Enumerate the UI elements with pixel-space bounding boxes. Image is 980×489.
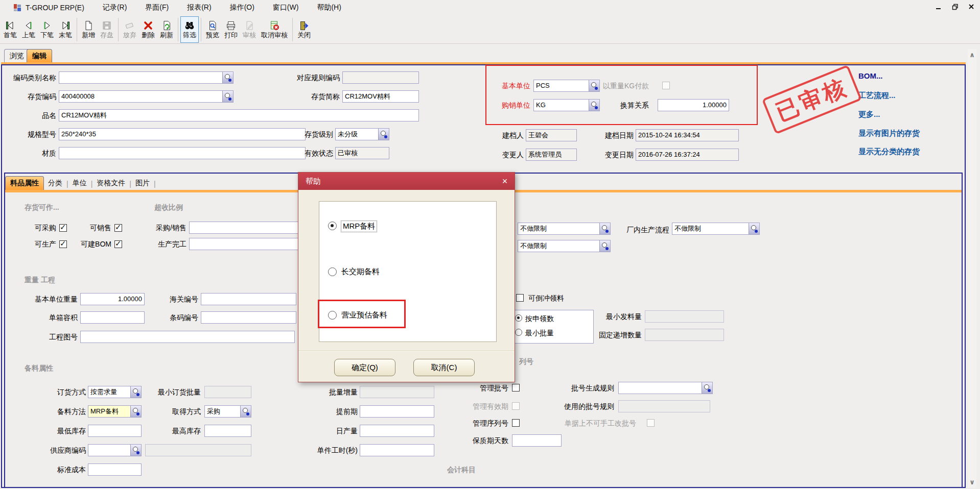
subtab-unit[interactable]: 单位 [68, 177, 91, 190]
lookup-icon[interactable] [378, 129, 389, 140]
scroll-up-icon[interactable]: ∧ [968, 51, 976, 59]
rule-code-field[interactable] [342, 71, 419, 84]
link-show-unclassified[interactable]: 显示无分类的存货 [858, 147, 920, 157]
toolbar-close-button[interactable]: 关闭 [295, 16, 313, 43]
scroll-down-icon[interactable]: ∨ [968, 478, 976, 486]
menu-window[interactable]: 窗口(W) [273, 3, 299, 12]
toolbar-separator [118, 18, 119, 41]
toolbar-last-button[interactable]: 末笔 [56, 16, 75, 43]
factory-flow-field[interactable]: 不做限制 [672, 223, 760, 235]
toolbar-new-button[interactable]: 新增 [79, 16, 98, 43]
item-name-label: 品名 [0, 109, 56, 121]
status-field: 已审核 [335, 147, 389, 159]
daily-output-field[interactable] [360, 425, 434, 437]
option-mrp-radio[interactable] [328, 222, 337, 230]
subtab-picture[interactable]: 图片 [131, 177, 154, 190]
option-mrp-label[interactable]: MRP备料 [341, 221, 377, 232]
item-short-field[interactable]: CR12MOV精料 [342, 90, 419, 103]
batch-rule-field[interactable] [618, 382, 713, 394]
subtab-qualification[interactable]: 资格文件 [92, 177, 129, 190]
manage-serial-checkbox[interactable] [512, 419, 520, 427]
toolbar-delete-button[interactable]: 删除 [139, 16, 157, 43]
supplier-code-field[interactable] [88, 444, 142, 456]
menu-app[interactable]: T-GROUP ERP(E) [26, 4, 84, 12]
lookup-icon[interactable] [130, 445, 141, 456]
shelf-days-field[interactable] [512, 434, 562, 447]
tab-browse[interactable]: 浏览 [4, 49, 30, 62]
conversion-field[interactable]: 1.00000 [658, 99, 729, 111]
code-category-field[interactable] [59, 71, 234, 84]
toolbar-cancel-audit-button[interactable]: 取消审核 [259, 16, 290, 43]
toolbar-print-button[interactable]: 打印 [222, 16, 240, 43]
order-mode-field[interactable]: 按需求量 [88, 386, 142, 398]
lead-time-field[interactable] [360, 405, 434, 418]
max-stock-field[interactable] [204, 425, 251, 437]
std-cost-field[interactable] [88, 463, 142, 476]
dialog-close-icon[interactable]: × [495, 173, 515, 190]
unit-time-field[interactable] [360, 444, 434, 456]
purchasable-checkbox[interactable] [59, 224, 67, 232]
box-volume-field[interactable] [80, 311, 145, 324]
toolbar-prev-button[interactable]: 上笔 [19, 16, 38, 43]
option-long-leadtime-label[interactable]: 长交期备料 [341, 267, 380, 277]
lookup-icon[interactable] [222, 72, 233, 83]
trade-unit-field[interactable]: KG [533, 99, 600, 111]
lookup-icon[interactable] [599, 240, 610, 252]
used-rule-label: 使用的批号规则 [564, 400, 614, 412]
min-batch-radio[interactable] [515, 329, 522, 336]
menu-help[interactable]: 帮助(H) [317, 3, 341, 12]
drawing-no-field[interactable] [80, 331, 295, 343]
subtab-item-attributes[interactable]: 料品属性 [5, 176, 44, 190]
acquire-mode-field[interactable]: 采购 [204, 405, 251, 418]
link-bom[interactable]: BOM... [858, 71, 883, 80]
link-more[interactable]: 更多... [858, 110, 880, 119]
link-show-with-images[interactable]: 显示有图片的存货 [858, 129, 920, 138]
prepare-method-field[interactable]: MRP备料 [88, 405, 142, 418]
toolbar-filter-button[interactable]: 筛选 [180, 16, 199, 43]
restriction-field-2[interactable]: 不做限制 [518, 240, 611, 252]
toolbar-next-button[interactable]: 下笔 [38, 16, 56, 43]
dialog-cancel-button[interactable]: 取消(C) [413, 359, 475, 376]
by-request-radio[interactable] [515, 314, 522, 322]
lookup-icon[interactable] [589, 80, 599, 91]
manage-batch-checkbox[interactable] [512, 384, 520, 392]
lookup-icon[interactable] [222, 91, 233, 102]
base-unit-field[interactable]: PCS [533, 80, 600, 92]
level-field[interactable]: 未分级 [335, 128, 389, 140]
toolbar-preview-button[interactable]: 预览 [203, 16, 222, 43]
backflush-checkbox[interactable] [516, 294, 524, 302]
tab-edit[interactable]: 编辑 [27, 49, 52, 62]
item-name-field[interactable]: CR12MOV精料 [59, 109, 419, 121]
link-process-flow[interactable]: 工艺流程... [858, 91, 896, 101]
barcode-field[interactable] [201, 311, 296, 324]
producible-checkbox[interactable] [59, 240, 67, 248]
spec-field[interactable]: 250*240*35 [59, 128, 306, 140]
option-long-leadtime-radio[interactable] [328, 267, 337, 276]
menu-report[interactable]: 报表(R) [187, 3, 211, 12]
vertical-scrollbar[interactable]: ∧ ∨ [968, 49, 976, 488]
subtab-classification[interactable]: 分类 [44, 177, 66, 190]
lookup-icon[interactable] [130, 406, 141, 417]
restore-icon[interactable] [951, 3, 959, 10]
menu-operation[interactable]: 操作(O) [230, 3, 254, 12]
restriction-field-1[interactable]: 不做限制 [518, 223, 611, 235]
toolbar-refresh-button[interactable]: 刷新 [157, 16, 176, 43]
customs-code-field[interactable] [201, 293, 296, 305]
menu-interface[interactable]: 界面(F) [145, 3, 169, 12]
minimize-icon[interactable] [935, 3, 942, 10]
lookup-icon[interactable] [240, 406, 251, 417]
base-weight-field[interactable]: 1.00000 [80, 293, 145, 305]
lookup-icon[interactable] [599, 223, 610, 234]
menu-record[interactable]: 记录(R) [103, 3, 127, 12]
toolbar-first-button[interactable]: 首笔 [1, 16, 19, 43]
sellable-checkbox[interactable] [114, 224, 122, 232]
lookup-icon[interactable] [749, 223, 759, 234]
item-code-field[interactable]: 400400008 [59, 90, 234, 103]
lookup-icon[interactable] [702, 382, 712, 394]
can-build-bom-checkbox[interactable] [114, 240, 122, 248]
dialog-ok-button[interactable]: 确定(Q) [334, 359, 395, 376]
close-icon[interactable] [968, 3, 975, 10]
lookup-icon[interactable] [130, 386, 141, 398]
material-field[interactable] [59, 147, 306, 159]
min-stock-field[interactable] [88, 425, 142, 437]
